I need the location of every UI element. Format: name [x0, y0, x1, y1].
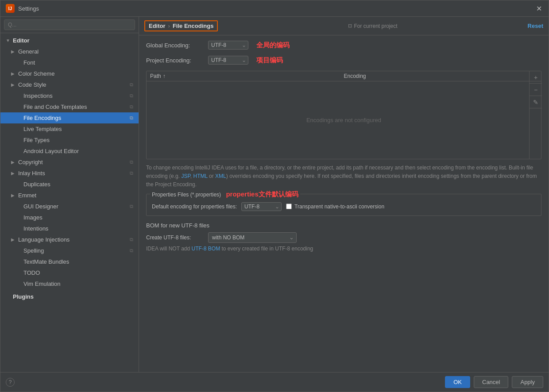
global-encoding-select-wrapper: UTF-8 UTF-16 ISO-8859-1	[208, 41, 248, 50]
sidebar-item-label: Inspections	[23, 92, 53, 99]
project-encoding-select[interactable]: UTF-8 UTF-16 ISO-8859-1	[208, 56, 248, 65]
project-encoding-row: Project Encoding: UTF-8 UTF-16 ISO-8859-…	[146, 56, 541, 65]
path-sort-icon: ↑	[163, 73, 166, 79]
sidebar-item-color-scheme[interactable]: Color Scheme	[0, 68, 139, 79]
apply-button[interactable]: Apply	[512, 376, 543, 388]
sidebar-item-general[interactable]: General	[0, 46, 139, 57]
main-content: Editor General Font Color Scheme Code St…	[0, 17, 549, 372]
panel-header: Editor › File Encodings ⊡ For current pr…	[139, 17, 549, 35]
global-encoding-select[interactable]: UTF-8 UTF-16 ISO-8859-1	[208, 41, 248, 50]
bom-select-wrapper: with NO BOM with BOM with BOM if needed	[208, 232, 297, 243]
sidebar-item-label: Language Injections	[18, 236, 70, 243]
path-header-label: Path	[150, 73, 161, 79]
ok-button[interactable]: OK	[445, 376, 470, 388]
sidebar-item-label: Font	[23, 59, 35, 66]
search-input[interactable]	[4, 19, 135, 30]
bom-section: BOM for new UTF-8 files Create UTF-8 fil…	[146, 222, 541, 252]
sidebar-item-label: Code Style	[18, 81, 46, 88]
help-button[interactable]: ?	[6, 378, 15, 387]
table-actions: + − ✎	[529, 71, 541, 159]
bottom-bar: ? OK Cancel Apply	[0, 372, 549, 392]
sidebar-item-intentions[interactable]: Intentions	[0, 223, 139, 234]
sidebar-item-copyright[interactable]: Copyright ⧉	[0, 157, 139, 168]
encoding-header-label: Encoding	[344, 73, 366, 79]
sidebar-item-label: Inlay Hints	[18, 170, 45, 177]
expand-arrow-color-scheme	[11, 71, 15, 76]
sidebar-item-images[interactable]: Images	[0, 212, 139, 223]
sidebar-item-language-injections[interactable]: Language Injections ⧉	[0, 234, 139, 245]
copy-icon-copyright: ⧉	[130, 159, 133, 165]
copy-icon-language-injections: ⧉	[130, 237, 133, 242]
title-bar: IJ Settings ✕	[0, 0, 549, 17]
properties-encoding-select[interactable]: UTF-8 UTF-16 ISO-8859-1	[241, 202, 282, 211]
expand-arrow-code-style	[11, 82, 15, 87]
sidebar-item-textmate-bundles[interactable]: TextMate Bundles	[0, 256, 139, 267]
sidebar-item-plugins[interactable]: Plugins	[0, 291, 139, 302]
remove-encoding-button[interactable]: −	[530, 84, 542, 96]
bom-select[interactable]: with NO BOM with BOM with BOM if needed	[208, 232, 297, 243]
sidebar-item-label: File Types	[23, 137, 50, 143]
copy-icon-inlay-hints: ⧉	[130, 170, 133, 176]
sidebar-item-editor[interactable]: Editor	[0, 35, 139, 46]
sidebar-item-inspections[interactable]: Inspections ⧉	[0, 90, 139, 101]
copy-icon-gui-designer: ⧉	[130, 204, 133, 209]
reset-button[interactable]: Reset	[528, 23, 543, 29]
breadcrumb-child: File Encodings	[173, 23, 213, 29]
dialog-buttons: OK Cancel Apply	[445, 376, 543, 388]
sidebar-item-file-types[interactable]: File Types	[0, 135, 139, 146]
properties-section: Properties Files (*.properties) properti…	[146, 194, 541, 216]
copy-icon-file-code-templates: ⧉	[130, 104, 133, 110]
copy-icon-code-style: ⧉	[130, 82, 133, 88]
add-encoding-button[interactable]: +	[530, 71, 542, 84]
sidebar-item-label: Images	[23, 214, 43, 221]
transparent-checkbox[interactable]	[286, 204, 292, 209]
breadcrumb: Editor › File Encodings	[144, 20, 218, 31]
sidebar-item-gui-designer[interactable]: GUI Designer ⧉	[0, 201, 139, 212]
copy-icon-inspections: ⧉	[130, 93, 133, 99]
sidebar-item-duplicates[interactable]: Duplicates	[0, 179, 139, 190]
sidebar-item-label: General	[18, 48, 39, 55]
project-encoding-label: Project Encoding:	[146, 57, 204, 64]
sidebar-item-emmet[interactable]: Emmet	[0, 190, 139, 201]
sidebar-item-font[interactable]: Font	[0, 57, 139, 68]
transparent-label: Transparent native-to-ascii conversion	[294, 204, 384, 210]
sidebar-item-spelling[interactable]: Spelling ⧉	[0, 245, 139, 256]
bom-info-text1: IDEA will NOT add	[146, 246, 191, 252]
encoding-header: Encoding	[344, 73, 538, 79]
copy-icon-file-encodings: ⧉	[130, 115, 133, 121]
for-project-label: For current project	[354, 23, 397, 29]
app-icon: IJ	[6, 4, 15, 13]
sidebar-item-label: Color Scheme	[18, 70, 54, 77]
expand-arrow-general	[11, 49, 15, 54]
bom-info-link[interactable]: UTF-8 BOM	[191, 246, 220, 252]
properties-encoding-select-wrapper: UTF-8 UTF-16 ISO-8859-1	[241, 202, 282, 211]
sidebar-item-label: GUI Designer	[23, 203, 58, 210]
close-button[interactable]: ✕	[534, 4, 543, 13]
sidebar-item-file-code-templates[interactable]: File and Code Templates ⧉	[0, 101, 139, 112]
encodings-table: Path ↑ Encoding Encodings are not config…	[146, 71, 541, 159]
sidebar-item-android-layout-editor[interactable]: Android Layout Editor	[0, 146, 139, 157]
cancel-button[interactable]: Cancel	[474, 376, 508, 388]
global-encoding-annotation: 全局的编码	[256, 41, 290, 50]
sidebar-item-label: TextMate Bundles	[23, 258, 69, 265]
sidebar-item-inlay-hints[interactable]: Inlay Hints ⧉	[0, 168, 139, 179]
sidebar-item-vim-emulation[interactable]: Vim Emulation	[0, 278, 139, 289]
for-project: ⊡ For current project	[348, 23, 397, 29]
info-text: To change encoding IntelliJ IDEA uses fo…	[146, 164, 541, 189]
breadcrumb-arrow: ›	[168, 23, 170, 29]
sidebar-item-live-templates[interactable]: Live Templates	[0, 123, 139, 135]
sidebar-item-label: Spelling	[23, 247, 44, 254]
sidebar-list: Editor General Font Color Scheme Code St…	[0, 33, 139, 372]
sidebar-item-label: Editor	[13, 37, 30, 44]
project-icon: ⊡	[348, 23, 352, 29]
properties-section-title: Properties Files (*.properties) properti…	[150, 190, 300, 199]
sidebar-item-label: Live Templates	[23, 126, 62, 132]
sidebar-item-code-style[interactable]: Code Style ⧉	[0, 79, 139, 90]
expand-arrow-language-injections	[11, 237, 15, 242]
right-panel: Editor › File Encodings ⊡ For current pr…	[139, 17, 549, 372]
edit-encoding-button[interactable]: ✎	[530, 96, 542, 108]
sidebar-item-todo[interactable]: TODO	[0, 267, 139, 278]
default-encoding-label: Default encoding for properties files:	[152, 204, 237, 210]
sidebar-item-file-encodings[interactable]: File Encodings ⧉	[0, 112, 139, 123]
expand-arrow-inlay-hints	[11, 171, 15, 176]
